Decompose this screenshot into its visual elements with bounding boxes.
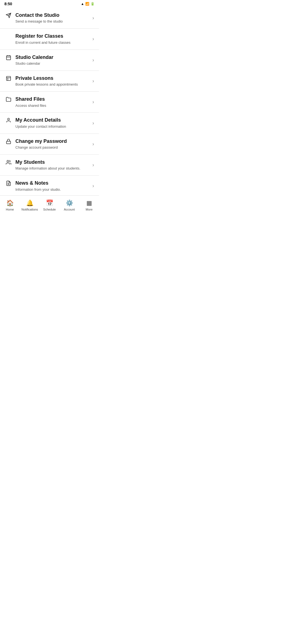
menu-text-shared-files: Shared Files Access shared files: [15, 96, 46, 108]
menu-title-shared-files: Shared Files: [15, 96, 46, 102]
menu-title-change-password: Change my Password: [15, 138, 67, 144]
menu-title-register-classes: Register for Classes: [15, 33, 70, 39]
menu-item-left-studio-calendar: Studio Calendar Studio calendar: [5, 54, 90, 66]
menu-subtitle-register-classes: Enroll in current and future classes: [15, 40, 70, 45]
svg-point-9: [7, 160, 9, 162]
nav-label-more: More: [86, 208, 92, 211]
menu-item-left-contact-studio: Contact the Studio Send a message to the…: [5, 12, 90, 24]
menu-item-left-private-lessons: Private Lessons Book private lessons and…: [5, 75, 90, 87]
menu-subtitle-account-details: Update your contact information: [15, 124, 66, 129]
register-classes-icon: [5, 34, 12, 40]
menu-title-private-lessons: Private Lessons: [15, 75, 78, 81]
menu-list: Contact the Studio Send a message to the…: [0, 8, 99, 195]
chevron-studio-calendar: ›: [92, 57, 94, 63]
menu-title-contact-studio: Contact the Studio: [15, 12, 63, 18]
menu-title-account-details: My Account Details: [15, 117, 66, 123]
chevron-shared-files: ›: [92, 99, 94, 105]
menu-item-private-lessons[interactable]: Private Lessons Book private lessons and…: [0, 71, 99, 92]
shared-files-icon: [5, 97, 12, 103]
svg-point-7: [8, 118, 10, 120]
menu-item-left-account-details: My Account Details Update your contact i…: [5, 117, 90, 129]
status-time: 8:50: [4, 2, 12, 6]
news-notes-icon: [5, 181, 12, 187]
contact-studio-icon: [5, 13, 12, 20]
menu-item-left-shared-files: Shared Files Access shared files: [5, 96, 90, 108]
chevron-contact-studio: ›: [92, 15, 94, 21]
menu-subtitle-private-lessons: Book private lessons and appointments: [15, 82, 78, 87]
menu-subtitle-contact-studio: Send a message to the studio: [15, 19, 63, 24]
svg-rect-8: [7, 141, 11, 144]
battery-icon: 🔋: [90, 2, 95, 6]
more-icon: ▦: [86, 200, 92, 207]
notifications-icon: 🔔: [26, 200, 34, 207]
menu-subtitle-shared-files: Access shared files: [15, 103, 46, 108]
menu-subtitle-news-notes: Information from your studio.: [15, 187, 61, 192]
menu-text-my-students: My Students Manage information about you…: [15, 159, 80, 171]
wifi-icon: ▲: [81, 2, 84, 6]
nav-label-notifications: Notifications: [21, 208, 38, 211]
nav-label-account: Account: [64, 208, 75, 211]
nav-item-account[interactable]: ⚙️ Account: [59, 196, 79, 215]
menu-text-studio-calendar: Studio Calendar Studio calendar: [15, 54, 53, 66]
status-bar: 8:50 ▲ 📶 🔋: [0, 0, 99, 8]
menu-item-left-my-students: My Students Manage information about you…: [5, 159, 90, 171]
status-icons: ▲ 📶 🔋: [81, 2, 95, 6]
chevron-register-classes: ›: [92, 36, 94, 42]
nav-label-schedule: Schedule: [43, 208, 56, 211]
menu-subtitle-studio-calendar: Studio calendar: [15, 61, 53, 66]
menu-title-news-notes: News & Notes: [15, 180, 61, 186]
chevron-change-password: ›: [92, 141, 94, 147]
chevron-private-lessons: ›: [92, 78, 94, 84]
chevron-my-students: ›: [92, 162, 94, 168]
menu-item-my-students[interactable]: My Students Manage information about you…: [0, 155, 99, 176]
home-icon: 🏠: [6, 200, 14, 207]
menu-item-change-password[interactable]: Change my Password Change account passwo…: [0, 134, 99, 155]
menu-item-contact-studio[interactable]: Contact the Studio Send a message to the…: [0, 8, 99, 29]
menu-text-news-notes: News & Notes Information from your studi…: [15, 180, 61, 192]
menu-subtitle-my-students: Manage information about your students.: [15, 166, 80, 171]
menu-text-account-details: My Account Details Update your contact i…: [15, 117, 66, 129]
change-password-icon: [5, 139, 12, 146]
svg-rect-0: [7, 56, 11, 60]
menu-item-register-classes[interactable]: Register for Classes Enroll in current a…: [0, 29, 99, 50]
menu-item-news-notes[interactable]: News & Notes Information from your studi…: [0, 176, 99, 195]
nav-item-notifications[interactable]: 🔔 Notifications: [20, 196, 40, 215]
signal-icon: 📶: [85, 2, 89, 6]
menu-title-my-students: My Students: [15, 159, 80, 165]
menu-item-left-register-classes: Register for Classes Enroll in current a…: [5, 33, 90, 45]
nav-item-more[interactable]: ▦ More: [79, 196, 99, 215]
menu-item-studio-calendar[interactable]: Studio Calendar Studio calendar ›: [0, 50, 99, 71]
menu-item-shared-files[interactable]: Shared Files Access shared files ›: [0, 92, 99, 113]
nav-item-home[interactable]: 🏠 Home: [0, 196, 20, 215]
schedule-icon: 📅: [46, 200, 53, 207]
menu-text-change-password: Change my Password Change account passwo…: [15, 138, 67, 150]
menu-title-studio-calendar: Studio Calendar: [15, 54, 53, 61]
menu-text-private-lessons: Private Lessons Book private lessons and…: [15, 75, 78, 87]
nav-item-schedule[interactable]: 📅 Schedule: [40, 196, 59, 215]
bottom-nav: 🏠 Home 🔔 Notifications 📅 Schedule ⚙️ Acc…: [0, 195, 99, 215]
menu-subtitle-change-password: Change account password: [15, 145, 67, 150]
menu-item-left-change-password: Change my Password Change account passwo…: [5, 138, 90, 150]
account-details-icon: [5, 118, 12, 124]
chevron-account-details: ›: [92, 120, 94, 126]
svg-rect-4: [7, 76, 11, 80]
menu-item-account-details[interactable]: My Account Details Update your contact i…: [0, 113, 99, 133]
menu-text-register-classes: Register for Classes Enroll in current a…: [15, 33, 70, 45]
studio-calendar-icon: [5, 55, 12, 62]
menu-text-contact-studio: Contact the Studio Send a message to the…: [15, 12, 63, 24]
nav-label-home: Home: [6, 208, 14, 211]
my-students-icon: [5, 160, 12, 167]
private-lessons-icon: [5, 76, 12, 83]
menu-item-left-news-notes: News & Notes Information from your studi…: [5, 180, 90, 192]
account-icon: ⚙️: [66, 200, 73, 207]
chevron-news-notes: ›: [92, 183, 94, 189]
